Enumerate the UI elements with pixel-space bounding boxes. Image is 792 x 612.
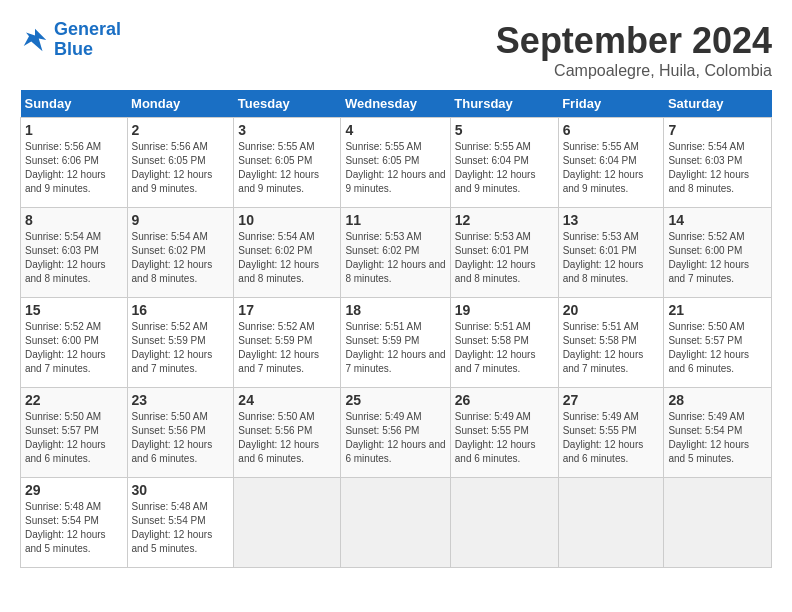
svg-marker-0 [24,29,47,52]
calendar-day-cell: 6 Sunrise: 5:55 AM Sunset: 6:04 PM Dayli… [558,118,664,208]
day-number: 25 [345,392,445,408]
day-number: 10 [238,212,336,228]
day-number: 13 [563,212,660,228]
day-number: 30 [132,482,230,498]
calendar-day-cell: 13 Sunrise: 5:53 AM Sunset: 6:01 PM Dayl… [558,208,664,298]
day-of-week-header: Thursday [450,90,558,118]
calendar-week-row: 22 Sunrise: 5:50 AM Sunset: 5:57 PM Dayl… [21,388,772,478]
day-of-week-header: Monday [127,90,234,118]
day-info: Sunrise: 5:54 AM Sunset: 6:02 PM Dayligh… [238,231,319,284]
day-info: Sunrise: 5:52 AM Sunset: 6:00 PM Dayligh… [25,321,106,374]
day-of-week-header: Saturday [664,90,772,118]
day-number: 27 [563,392,660,408]
day-number: 21 [668,302,767,318]
calendar-day-cell: 15 Sunrise: 5:52 AM Sunset: 6:00 PM Dayl… [21,298,128,388]
day-info: Sunrise: 5:50 AM Sunset: 5:57 PM Dayligh… [25,411,106,464]
day-number: 18 [345,302,445,318]
calendar-day-cell: 2 Sunrise: 5:56 AM Sunset: 6:05 PM Dayli… [127,118,234,208]
day-info: Sunrise: 5:56 AM Sunset: 6:05 PM Dayligh… [132,141,213,194]
calendar-day-cell: 11 Sunrise: 5:53 AM Sunset: 6:02 PM Dayl… [341,208,450,298]
day-info: Sunrise: 5:55 AM Sunset: 6:05 PM Dayligh… [345,141,445,194]
day-of-week-header: Tuesday [234,90,341,118]
calendar-day-cell [450,478,558,568]
day-info: Sunrise: 5:56 AM Sunset: 6:06 PM Dayligh… [25,141,106,194]
calendar-day-cell: 5 Sunrise: 5:55 AM Sunset: 6:04 PM Dayli… [450,118,558,208]
calendar-day-cell [234,478,341,568]
calendar-day-cell: 20 Sunrise: 5:51 AM Sunset: 5:58 PM Dayl… [558,298,664,388]
calendar-header-row: SundayMondayTuesdayWednesdayThursdayFrid… [21,90,772,118]
calendar-body: 1 Sunrise: 5:56 AM Sunset: 6:06 PM Dayli… [21,118,772,568]
day-of-week-header: Friday [558,90,664,118]
day-info: Sunrise: 5:54 AM Sunset: 6:03 PM Dayligh… [668,141,749,194]
day-number: 22 [25,392,123,408]
calendar-week-row: 29 Sunrise: 5:48 AM Sunset: 5:54 PM Dayl… [21,478,772,568]
calendar-day-cell: 22 Sunrise: 5:50 AM Sunset: 5:57 PM Dayl… [21,388,128,478]
calendar-week-row: 1 Sunrise: 5:56 AM Sunset: 6:06 PM Dayli… [21,118,772,208]
day-info: Sunrise: 5:50 AM Sunset: 5:56 PM Dayligh… [132,411,213,464]
day-number: 4 [345,122,445,138]
day-info: Sunrise: 5:51 AM Sunset: 5:58 PM Dayligh… [563,321,644,374]
day-number: 26 [455,392,554,408]
calendar-day-cell: 28 Sunrise: 5:49 AM Sunset: 5:54 PM Dayl… [664,388,772,478]
calendar-day-cell: 29 Sunrise: 5:48 AM Sunset: 5:54 PM Dayl… [21,478,128,568]
day-number: 29 [25,482,123,498]
day-info: Sunrise: 5:54 AM Sunset: 6:03 PM Dayligh… [25,231,106,284]
day-number: 8 [25,212,123,228]
calendar-day-cell: 19 Sunrise: 5:51 AM Sunset: 5:58 PM Dayl… [450,298,558,388]
location-subtitle: Campoalegre, Huila, Colombia [496,62,772,80]
day-info: Sunrise: 5:49 AM Sunset: 5:56 PM Dayligh… [345,411,445,464]
month-title: September 2024 [496,20,772,62]
day-number: 23 [132,392,230,408]
day-number: 20 [563,302,660,318]
calendar-day-cell: 26 Sunrise: 5:49 AM Sunset: 5:55 PM Dayl… [450,388,558,478]
day-number: 14 [668,212,767,228]
day-info: Sunrise: 5:53 AM Sunset: 6:02 PM Dayligh… [345,231,445,284]
day-number: 7 [668,122,767,138]
day-number: 28 [668,392,767,408]
day-info: Sunrise: 5:53 AM Sunset: 6:01 PM Dayligh… [563,231,644,284]
day-number: 5 [455,122,554,138]
day-info: Sunrise: 5:53 AM Sunset: 6:01 PM Dayligh… [455,231,536,284]
day-info: Sunrise: 5:54 AM Sunset: 6:02 PM Dayligh… [132,231,213,284]
day-number: 1 [25,122,123,138]
logo-line2: Blue [54,39,93,59]
calendar-day-cell: 14 Sunrise: 5:52 AM Sunset: 6:00 PM Dayl… [664,208,772,298]
calendar-day-cell: 16 Sunrise: 5:52 AM Sunset: 5:59 PM Dayl… [127,298,234,388]
calendar-day-cell: 23 Sunrise: 5:50 AM Sunset: 5:56 PM Dayl… [127,388,234,478]
day-info: Sunrise: 5:50 AM Sunset: 5:56 PM Dayligh… [238,411,319,464]
calendar-week-row: 15 Sunrise: 5:52 AM Sunset: 6:00 PM Dayl… [21,298,772,388]
day-info: Sunrise: 5:52 AM Sunset: 6:00 PM Dayligh… [668,231,749,284]
calendar-day-cell: 27 Sunrise: 5:49 AM Sunset: 5:55 PM Dayl… [558,388,664,478]
day-info: Sunrise: 5:50 AM Sunset: 5:57 PM Dayligh… [668,321,749,374]
day-of-week-header: Sunday [21,90,128,118]
calendar-day-cell: 12 Sunrise: 5:53 AM Sunset: 6:01 PM Dayl… [450,208,558,298]
logo-icon [20,25,50,55]
day-info: Sunrise: 5:55 AM Sunset: 6:04 PM Dayligh… [455,141,536,194]
calendar-day-cell: 21 Sunrise: 5:50 AM Sunset: 5:57 PM Dayl… [664,298,772,388]
day-info: Sunrise: 5:52 AM Sunset: 5:59 PM Dayligh… [132,321,213,374]
calendar-week-row: 8 Sunrise: 5:54 AM Sunset: 6:03 PM Dayli… [21,208,772,298]
calendar-day-cell: 1 Sunrise: 5:56 AM Sunset: 6:06 PM Dayli… [21,118,128,208]
page-header: General Blue September 2024 Campoalegre,… [20,20,772,80]
day-info: Sunrise: 5:51 AM Sunset: 5:58 PM Dayligh… [455,321,536,374]
day-number: 15 [25,302,123,318]
day-of-week-header: Wednesday [341,90,450,118]
day-info: Sunrise: 5:48 AM Sunset: 5:54 PM Dayligh… [25,501,106,554]
day-number: 3 [238,122,336,138]
calendar-day-cell: 18 Sunrise: 5:51 AM Sunset: 5:59 PM Dayl… [341,298,450,388]
day-info: Sunrise: 5:49 AM Sunset: 5:54 PM Dayligh… [668,411,749,464]
calendar-day-cell: 10 Sunrise: 5:54 AM Sunset: 6:02 PM Dayl… [234,208,341,298]
logo-text: General Blue [54,20,121,60]
calendar-day-cell: 25 Sunrise: 5:49 AM Sunset: 5:56 PM Dayl… [341,388,450,478]
logo: General Blue [20,20,121,60]
day-number: 16 [132,302,230,318]
day-info: Sunrise: 5:55 AM Sunset: 6:04 PM Dayligh… [563,141,644,194]
calendar-day-cell: 7 Sunrise: 5:54 AM Sunset: 6:03 PM Dayli… [664,118,772,208]
day-number: 19 [455,302,554,318]
day-number: 12 [455,212,554,228]
title-block: September 2024 Campoalegre, Huila, Colom… [496,20,772,80]
calendar-day-cell: 9 Sunrise: 5:54 AM Sunset: 6:02 PM Dayli… [127,208,234,298]
day-number: 11 [345,212,445,228]
day-info: Sunrise: 5:52 AM Sunset: 5:59 PM Dayligh… [238,321,319,374]
day-info: Sunrise: 5:49 AM Sunset: 5:55 PM Dayligh… [563,411,644,464]
